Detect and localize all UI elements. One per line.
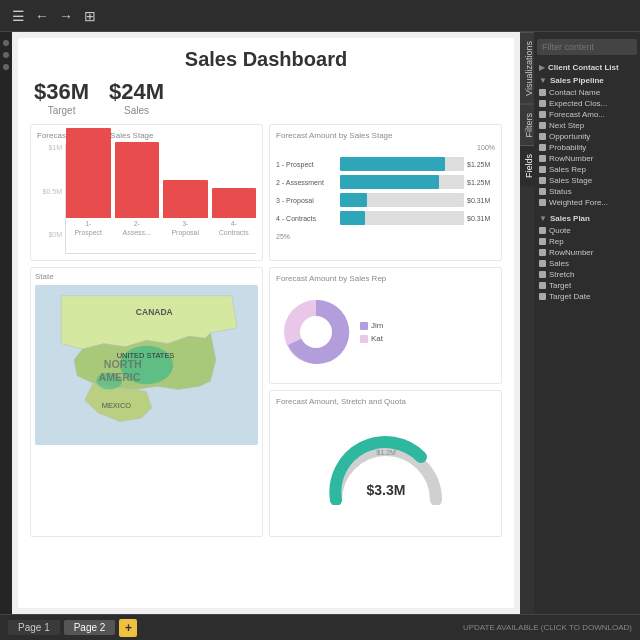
- tab-fields[interactable]: Fields: [520, 145, 534, 186]
- field-label: Next Step: [549, 121, 584, 130]
- field-dot: [539, 238, 546, 245]
- hbar-100pct: 100%: [276, 144, 495, 151]
- forecast-stage-hbar-chart[interactable]: Forecast Amount by Sales Stage 100% 1 - …: [269, 124, 502, 261]
- grid-icon[interactable]: ⊞: [80, 6, 100, 26]
- kpi-sales-value: $24M: [109, 79, 164, 105]
- field-dot: [539, 199, 546, 206]
- field-rep[interactable]: Rep: [537, 236, 637, 247]
- hbar-fill-prospect: [340, 157, 445, 171]
- field-label: Sales Stage: [549, 176, 592, 185]
- field-label: Target: [549, 281, 571, 290]
- field-rownumber[interactable]: RowNumber: [537, 153, 637, 164]
- field-rownumber2[interactable]: RowNumber: [537, 247, 637, 258]
- forecast-rep-pie[interactable]: Forecast Amount by Sales Rep: [269, 267, 502, 384]
- forward-icon[interactable]: →: [56, 6, 76, 26]
- menu-icon[interactable]: ☰: [8, 6, 28, 26]
- field-label: Probability: [549, 143, 586, 152]
- fields-search-input[interactable]: [537, 39, 637, 55]
- sidebar-dot: [3, 52, 9, 58]
- field-forecast-amo[interactable]: Forecast Amo...: [537, 109, 637, 120]
- hbar-25pct: 25%: [276, 233, 495, 240]
- svg-text:$1.2M: $1.2M: [376, 449, 396, 456]
- field-next-step[interactable]: Next Step: [537, 120, 637, 131]
- y-label-mid: $0.5M: [43, 188, 62, 195]
- hbar-row-proposal: 3 - Proposal $0.31M: [276, 193, 495, 207]
- sidebar-dot: [3, 64, 9, 70]
- field-opportunity[interactable]: Opportunity: [537, 131, 637, 142]
- field-label: Target Date: [549, 292, 590, 301]
- svg-text:MEXICO: MEXICO: [102, 401, 132, 410]
- field-sales[interactable]: Sales: [537, 258, 637, 269]
- field-sales-stage[interactable]: Sales Stage: [537, 175, 637, 186]
- field-dot: [539, 166, 546, 173]
- bar-assessment-label: 2-Assess...: [123, 220, 151, 237]
- hbar-track-proposal: [340, 193, 464, 207]
- group-sales-pipeline[interactable]: ▼ Sales Pipeline: [537, 74, 637, 87]
- rpanel-content: ▶ Client Contact List ▼ Sales Pipeline C…: [534, 32, 640, 614]
- page-tab-1[interactable]: Page 1: [8, 620, 60, 635]
- tab-filters[interactable]: Filters: [520, 104, 534, 146]
- expand-icon-3: ▼: [539, 214, 547, 223]
- hbar-track-assessment: [340, 175, 464, 189]
- bar-contracts-fill: [212, 188, 257, 218]
- back-icon[interactable]: ←: [32, 6, 52, 26]
- hbar-label-assessment: 2 - Assessment: [276, 179, 340, 186]
- pie-svg: [276, 292, 356, 372]
- right-panel: Visualizations Filters Fields ▶ Client C…: [520, 32, 640, 614]
- hbar-row-assessment: 2 - Assessment $1.25M: [276, 175, 495, 189]
- field-contact-name[interactable]: Contact Name: [537, 87, 637, 98]
- group-client-contact[interactable]: ▶ Client Contact List: [537, 61, 637, 74]
- svg-point-9: [300, 316, 332, 348]
- svg-text:UNITED STATES: UNITED STATES: [117, 351, 175, 360]
- field-label: RowNumber: [549, 248, 593, 257]
- sidebar-dot: [3, 40, 9, 46]
- y-label-top: $1M: [48, 144, 62, 151]
- bar-contracts: 4-Contracts: [212, 188, 257, 237]
- rpanel-tab-strip: Visualizations Filters Fields: [520, 32, 534, 614]
- svg-text:$0M: $0M: [327, 504, 341, 505]
- svg-text:NORTH: NORTH: [104, 358, 142, 370]
- field-target[interactable]: Target: [537, 280, 637, 291]
- legend-kat-label: Kat: [371, 334, 383, 343]
- hbar-fill-proposal: [340, 193, 367, 207]
- field-weighted-fore[interactable]: Weighted Fore...: [537, 197, 637, 208]
- page-tab-2[interactable]: Page 2: [64, 620, 116, 635]
- hbar-fill-assessment: [340, 175, 439, 189]
- field-status[interactable]: Status: [537, 186, 637, 197]
- svg-text:$4.4M: $4.4M: [428, 504, 446, 505]
- kpi-target-label: Target: [34, 105, 89, 116]
- field-label: Status: [549, 187, 572, 196]
- tab-visualizations[interactable]: Visualizations: [520, 32, 534, 104]
- update-status: UPDATE AVAILABLE (CLICK TO DOWNLOAD): [463, 623, 632, 632]
- hbar-val-contracts: $0.31M: [467, 215, 495, 222]
- forecast-gauge[interactable]: Forecast Amount, Stretch and Quota $3.3M: [269, 390, 502, 537]
- field-label: RowNumber: [549, 154, 593, 163]
- dashboard-card: Sales Dashboard $36M Target $24M Sales F…: [18, 38, 514, 608]
- gauge-svg: $3.3M $0M $4.4M $1.2M: [326, 435, 446, 505]
- bar-assessment: 2-Assess...: [115, 142, 160, 237]
- field-label: Stretch: [549, 270, 574, 279]
- hbar-fill-contracts: [340, 211, 365, 225]
- add-page-button[interactable]: +: [119, 619, 137, 637]
- legend-jim: Jim: [360, 321, 383, 330]
- field-label: Rep: [549, 237, 564, 246]
- field-sales-rep[interactable]: Sales Rep: [537, 164, 637, 175]
- hbar-label-proposal: 3 - Proposal: [276, 197, 340, 204]
- kpi-sales-label: Sales: [109, 105, 164, 116]
- field-stretch[interactable]: Stretch: [537, 269, 637, 280]
- forecast-stage-bar-chart[interactable]: Forecast Amount by Sales Stage $1M $0.5M…: [30, 124, 263, 261]
- field-label: Opportunity: [549, 132, 590, 141]
- hbar-chart-body: 1 - Prospect $1.25M 2 - Assessment $1.: [276, 153, 495, 233]
- legend-kat: Kat: [360, 334, 383, 343]
- field-dot: [539, 188, 546, 195]
- bar-prospect-fill: [66, 128, 111, 218]
- field-target-date[interactable]: Target Date: [537, 291, 637, 302]
- field-expected-close[interactable]: Expected Clos...: [537, 98, 637, 109]
- map-chart[interactable]: State: [30, 267, 263, 537]
- group-sales-plan[interactable]: ▼ Sales Plan: [537, 212, 637, 225]
- svg-text:CANADA: CANADA: [136, 307, 173, 317]
- hbar-row-contracts: 4 - Contracts $0.31M: [276, 211, 495, 225]
- field-dot: [539, 293, 546, 300]
- field-probability[interactable]: Probability: [537, 142, 637, 153]
- field-quote[interactable]: Quote: [537, 225, 637, 236]
